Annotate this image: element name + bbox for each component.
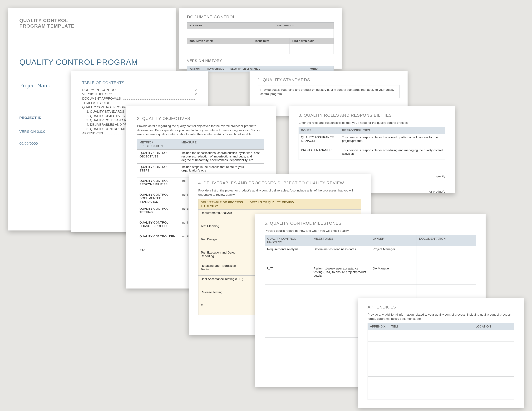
template-title-line1: QUALITY CONTROL (19, 18, 164, 23)
roles-table: ROLES RESPONSIBILITIES QUALITY ASSURANCE… (299, 127, 445, 160)
toc-item: DOCUMENT CONTROL2 (82, 88, 197, 92)
table-row (368, 376, 514, 388)
qs-title: 1. QUALITY STANDARDS (258, 77, 399, 82)
table-row: PROJECT MANAGERThis person is responsibl… (299, 147, 445, 159)
table-row (368, 330, 514, 342)
qs-body: Provide details regarding any product or… (258, 85, 399, 98)
table-row (368, 342, 514, 353)
toc-item: DOCUMENT APPROVALS (82, 97, 197, 100)
qo-title: 2. QUALITY OBJECTIVES (137, 116, 264, 121)
table-row: UATPerform 1-week user acceptance testin… (265, 265, 476, 284)
table-row (368, 365, 514, 376)
appx-title: APPENDICES (368, 305, 514, 310)
deliv-body: Provide a list of the project or product… (198, 188, 361, 197)
toc-item: TEMPLATE GUIDE (82, 101, 197, 105)
table-row (368, 353, 514, 365)
roles-body: Enter the roles and responsibilities tha… (299, 121, 445, 125)
mile-body: Provide details regarding how and when y… (265, 229, 476, 233)
page-document-control: DOCUMENT CONTROL FILE NAME DOCUMENT ID D… (179, 8, 342, 69)
mile-title: 5. QUALITY CONTROL MILESTONES (265, 221, 476, 226)
table-row: Requirements AnalysisDetermine test read… (265, 246, 476, 265)
table-row (368, 388, 514, 400)
deliv-title: 4. DELIVERABLES AND PROCESSES SUBJECT TO… (198, 180, 361, 186)
page-appendices: APPENDICES Provide any additional inform… (358, 298, 524, 408)
toc-item: VERSION HISTORY2 (82, 92, 197, 96)
version-history-title: VERSION HISTORY (187, 59, 334, 63)
doc-control-table: FILE NAME DOCUMENT ID (187, 22, 334, 38)
qo-body: Provide details regarding the quality co… (137, 124, 264, 136)
doc-control-title: DOCUMENT CONTROL (187, 15, 334, 19)
appx-body: Provide any additional information relat… (368, 313, 514, 321)
document-title: QUALITY CONTROL PROGRAM (19, 58, 164, 66)
appendices-table: APPENDIX ITEM LOCATION (368, 323, 514, 400)
table-row: QUALITY CONTROL OBJECTIVESInclude the sp… (137, 149, 264, 163)
template-title-line2: PROGRAM TEMPLATE (19, 23, 164, 29)
doc-control-table-2: DOCUMENT OWNER ISSUE DATE LAST SAVED DAT… (187, 38, 334, 54)
table-row: QUALITY ASSURANCE MANAGERThis person is … (299, 134, 445, 147)
toc-title: TABLE OF CONTENTS (82, 81, 197, 85)
roles-title: 3. QUALITY ROLES AND RESPONSIBILITIES (299, 113, 445, 118)
